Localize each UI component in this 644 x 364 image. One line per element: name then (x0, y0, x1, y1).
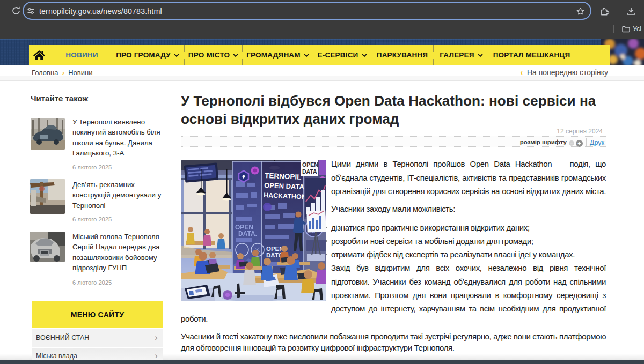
svg-text:OPEN: OPEN (302, 161, 318, 168)
svg-text:DATA: DATA (302, 168, 317, 175)
svg-text:OPEN: OPEN (266, 246, 284, 252)
svg-text:TERNOPIL: TERNOPIL (265, 172, 302, 181)
svg-text:DATA.: DATA. (238, 230, 257, 237)
